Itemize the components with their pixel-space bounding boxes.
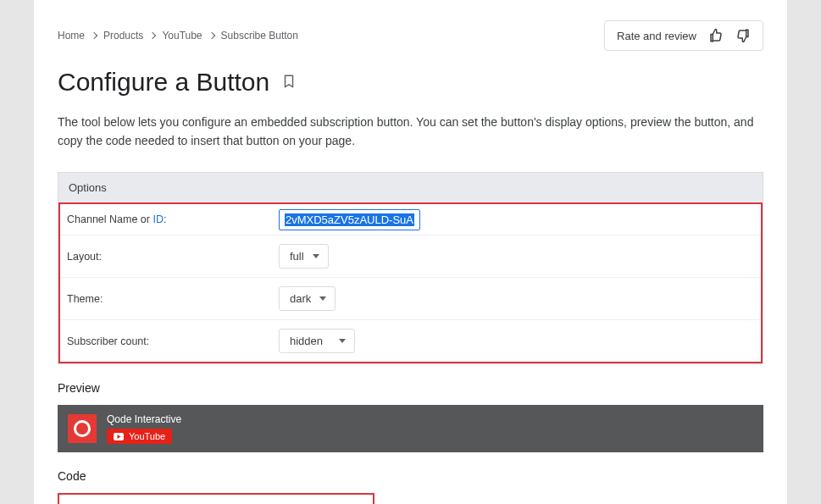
thumbs-down-icon[interactable] bbox=[735, 28, 751, 43]
chevron-right-icon bbox=[149, 32, 156, 39]
theme-select[interactable]: dark bbox=[279, 286, 336, 311]
rate-label: Rate and review bbox=[617, 30, 696, 42]
breadcrumb-products[interactable]: Products bbox=[103, 30, 143, 42]
chevron-right-icon bbox=[91, 32, 97, 39]
chevron-down-icon bbox=[313, 254, 319, 258]
breadcrumb-current: Subscribe Button bbox=[221, 30, 298, 42]
subcount-label: Subscriber count: bbox=[67, 335, 279, 347]
preview-box: Qode Interactive YouTube bbox=[58, 405, 763, 452]
options-panel: Options Channel Name or ID: 2vMXD5aZV5zA… bbox=[58, 172, 763, 364]
preview-heading: Preview bbox=[58, 381, 763, 395]
breadcrumb: Home Products YouTube Subscribe Button bbox=[58, 30, 298, 42]
channel-label: Channel Name or ID: bbox=[67, 213, 279, 225]
chevron-right-icon bbox=[208, 32, 214, 39]
rate-and-review: Rate and review bbox=[604, 20, 763, 51]
option-row-channel: Channel Name or ID: 2vMXD5aZV5zAULD-SuA bbox=[60, 204, 761, 235]
intro-text: The tool below lets you configure an emb… bbox=[58, 114, 763, 150]
youtube-subscribe-button[interactable]: YouTube bbox=[107, 429, 172, 444]
breadcrumb-home[interactable]: Home bbox=[58, 30, 85, 42]
theme-label: Theme: bbox=[67, 293, 279, 305]
chevron-down-icon bbox=[339, 339, 346, 343]
youtube-icon bbox=[114, 433, 124, 440]
option-row-layout: Layout: full bbox=[60, 235, 761, 278]
preview-channel-name: Qode Interactive bbox=[107, 413, 181, 425]
code-textarea[interactable]: <script src="https://apis.google.com/js/… bbox=[58, 493, 374, 504]
code-heading: Code bbox=[58, 469, 763, 483]
layout-select[interactable]: full bbox=[279, 244, 329, 269]
subcount-select[interactable]: hidden bbox=[279, 329, 355, 353]
options-heading: Options bbox=[58, 173, 763, 202]
option-row-subcount: Subscriber count: hidden bbox=[60, 320, 761, 362]
channel-input[interactable]: 2vMXD5aZV5zAULD-SuA bbox=[279, 209, 420, 230]
breadcrumb-youtube[interactable]: YouTube bbox=[162, 30, 202, 42]
chevron-down-icon bbox=[319, 296, 326, 301]
page-title: Configure a Button bbox=[58, 68, 269, 97]
thumbs-up-icon[interactable] bbox=[708, 28, 724, 43]
channel-avatar bbox=[68, 414, 97, 443]
channel-id-link[interactable]: ID bbox=[153, 213, 164, 225]
layout-label: Layout: bbox=[67, 251, 279, 263]
option-row-theme: Theme: dark bbox=[60, 278, 761, 320]
bookmark-icon[interactable] bbox=[281, 74, 297, 91]
